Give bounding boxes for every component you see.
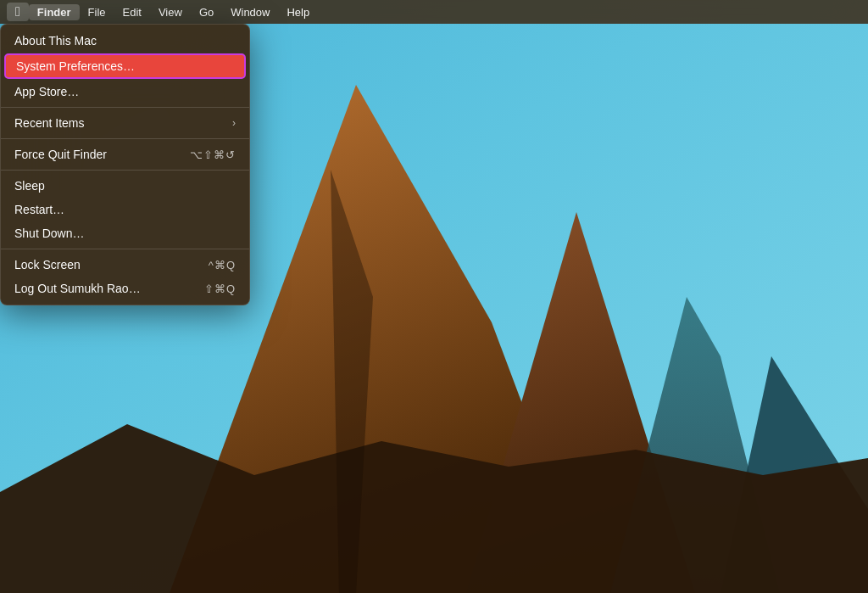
menu-item-system-prefs-label: System Preferences… [16,59,234,73]
recent-items-arrow-icon: › [232,117,236,129]
menubar:  Finder File Edit View Go Window Help [0,0,868,24]
apple-dropdown-menu: About This Mac System Preferences… App S… [0,24,250,305]
menubar-finder[interactable]: Finder [29,4,80,20]
menubar-view[interactable]: View [150,4,191,20]
menu-item-force-quit-shortcut: ⌥⇧⌘↺ [190,148,236,161]
menu-item-recent-items-label: Recent Items [14,116,232,130]
menu-item-logout-label: Log Out Sumukh Rao… [14,282,204,295]
menu-item-shutdown-label: Shut Down… [14,227,236,240]
menubar-go[interactable]: Go [191,4,222,20]
menu-item-restart[interactable]: Restart… [1,198,249,221]
menu-item-sleep-label: Sleep [14,179,236,193]
menu-item-logout-shortcut: ⇧⌘Q [204,283,236,295]
menu-item-force-quit[interactable]: Force Quit Finder ⌥⇧⌘↺ [1,143,249,166]
menu-item-lock-screen[interactable]: Lock Screen ^⌘Q [1,253,249,277]
menu-item-app-store[interactable]: App Store… [1,80,249,103]
apple-menu-button[interactable]:  [7,3,29,21]
separator-3 [1,170,249,171]
separator-2 [1,138,249,139]
menu-item-restart-label: Restart… [14,203,236,216]
menu-item-force-quit-label: Force Quit Finder [14,148,190,161]
menu-item-about-label: About This Mac [14,34,236,48]
separator-4 [1,249,249,249]
menu-item-about[interactable]: About This Mac [1,29,249,53]
menubar-file[interactable]: File [80,4,114,20]
menubar-window[interactable]: Window [222,4,278,20]
menu-item-lock-screen-shortcut: ^⌘Q [209,259,236,271]
menu-item-sleep[interactable]: Sleep [1,174,249,198]
menubar-edit[interactable]: Edit [114,4,150,20]
menu-item-app-store-label: App Store… [14,85,236,98]
menu-item-logout[interactable]: Log Out Sumukh Rao… ⇧⌘Q [1,277,249,300]
menu-item-recent-items[interactable]: Recent Items › [1,111,249,135]
separator-1 [1,107,249,108]
menu-item-lock-screen-label: Lock Screen [14,258,209,271]
menu-item-system-prefs[interactable]: System Preferences… [4,53,246,79]
menubar-help[interactable]: Help [278,4,318,20]
menu-item-shutdown[interactable]: Shut Down… [1,221,249,245]
